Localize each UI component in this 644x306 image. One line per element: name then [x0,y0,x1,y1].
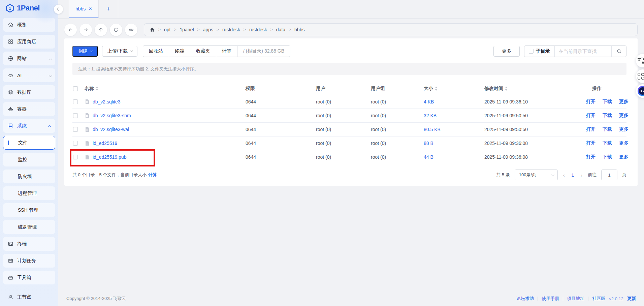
table-row[interactable]: db_v2.sqlite3 0644 root (0) root (0) 4 K… [72,95,626,109]
goto-page-input[interactable] [601,170,617,180]
tab-hbbs[interactable]: hbbs ✕ [69,0,99,18]
file-name-link[interactable]: db_v2.sqlite3-wal [93,127,129,132]
divider [563,297,563,301]
file-size-link[interactable]: 88 B [424,141,433,146]
row-checkbox[interactable] [73,155,78,159]
sort-icon[interactable] [96,87,98,91]
home-icon[interactable] [150,27,155,32]
search-button[interactable] [611,46,626,57]
more-action[interactable]: 更多 [619,113,629,119]
open-action[interactable]: 打开 [586,99,595,105]
refresh-button[interactable] [110,24,122,36]
more-action[interactable]: 更多 [619,154,629,160]
brand-logo[interactable]: 1 1Panel [0,0,58,16]
page-size-select[interactable]: 100条/页 [515,170,558,180]
file-size-link[interactable]: 32 KB [424,113,437,118]
more-action[interactable]: 更多 [619,140,629,146]
calculate-button[interactable]: 计算 [216,46,237,57]
select-all-checkbox[interactable] [73,86,78,91]
header-mtime[interactable]: 修改时间 [484,86,586,92]
sidebar-item-database[interactable]: 数据库 [3,85,55,99]
header-size[interactable]: 大小 [424,86,484,92]
terminal-button[interactable]: 终端 [169,46,190,57]
calculate-size-link[interactable]: 计算 [148,172,157,178]
download-action[interactable]: 下载 [603,140,612,146]
close-icon[interactable]: ✕ [89,6,92,11]
favorites-button[interactable]: 收藏夹 [190,46,216,57]
table-row[interactable]: db_v2.sqlite3-wal 0644 root (0) root (0)… [72,123,626,136]
subdirectory-toggle[interactable]: 子目录 [524,48,554,54]
create-button[interactable]: 创建 [72,46,98,57]
file-size-link[interactable]: 4 KB [424,99,434,104]
header-name[interactable]: 名称 [85,86,246,92]
breadcrumb-item[interactable]: data [276,27,285,32]
sidebar-collapse-button[interactable] [54,5,63,14]
row-checkbox[interactable] [73,113,78,118]
project-link[interactable]: 项目地址 [567,296,584,302]
forum-help-link[interactable]: 论坛求助 [516,296,534,302]
sort-icon[interactable] [505,87,508,91]
breadcrumb-item[interactable]: opt [164,27,170,32]
update-link[interactable]: 更新 [627,296,636,302]
file-size-link[interactable]: 80.5 KB [424,127,441,132]
table-row[interactable]: id_ed25519 0644 root (0) root (0) 88 B 2… [72,136,626,150]
sidebar-item-disk[interactable]: 磁盘管理 [3,220,55,234]
community-edition-link[interactable]: 社区版 [592,296,605,302]
sidebar-item-container[interactable]: 容器 [3,102,55,116]
file-name-link[interactable]: db_v2.sqlite3-shm [93,113,131,118]
sidebar-item-files[interactable]: 文件 [3,136,55,150]
sidebar-item-master-node[interactable]: 主节点 [3,290,55,304]
download-action[interactable]: 下载 [603,113,612,119]
download-action[interactable]: 下载 [603,154,612,160]
sidebar-item-cron[interactable]: 计划任务 [3,254,55,268]
breadcrumb-item-current[interactable]: hbbs [294,27,304,32]
more-button[interactable]: 更多 [493,46,520,57]
breadcrumb-item[interactable]: rustdesk [222,27,240,32]
next-page-button[interactable]: › [580,172,583,178]
search-input[interactable] [555,46,611,57]
open-action[interactable]: 打开 [586,126,595,132]
open-action[interactable]: 打开 [586,140,595,146]
sidebar-item-toolbox[interactable]: 工具箱 [3,271,55,284]
more-action[interactable]: 更多 [619,99,629,105]
sidebar-item-website[interactable]: 网站 [3,52,55,65]
add-tab-button[interactable]: + [99,0,118,18]
back-button[interactable] [64,24,77,36]
sort-icon[interactable] [435,87,438,91]
sidebar-item-ai[interactable]: AI [3,68,55,82]
forward-button[interactable] [79,24,92,36]
file-name-link[interactable]: id_ed25519 [93,141,117,146]
sidebar-item-appstore[interactable]: 应用商店 [3,35,55,49]
download-action[interactable]: 下载 [603,99,612,105]
sidebar-item-system[interactable]: 系统 [3,119,55,133]
row-checkbox[interactable] [73,141,78,146]
current-page[interactable]: 1 [570,173,575,178]
recycle-bin-button[interactable]: 回收站 [143,46,169,57]
open-action[interactable]: 打开 [586,154,595,160]
breadcrumb-item[interactable]: 1panel [180,27,194,32]
subdirectory-checkbox[interactable] [529,49,534,54]
sidebar-item-ssh[interactable]: SSH 管理 [3,203,55,217]
open-action[interactable]: 打开 [586,113,595,119]
table-row-highlighted[interactable]: id_ed25519.pub 0644 root (0) root (0) 44… [72,150,626,164]
row-checkbox[interactable] [73,127,78,132]
sidebar-item-firewall[interactable]: 防火墙 [3,170,55,183]
table-row[interactable]: db_v2.sqlite3-shm 0644 root (0) root (0)… [72,109,626,123]
download-action[interactable]: 下载 [603,126,612,132]
preview-toggle-button[interactable] [125,24,137,36]
sidebar-item-terminal[interactable]: 终端 [3,237,55,251]
manual-link[interactable]: 使用手册 [542,296,559,302]
file-name-link[interactable]: db_v2.sqlite3 [93,99,121,104]
breadcrumb-item[interactable]: rustdesk [249,27,267,32]
row-checkbox[interactable] [73,99,78,104]
up-button[interactable] [95,24,107,36]
breadcrumb-item[interactable]: apps [203,27,213,32]
sidebar-item-monitor[interactable]: 监控 [3,153,55,166]
more-action[interactable]: 更多 [619,126,629,132]
upload-download-button[interactable]: 上传/下载 [102,46,137,57]
prev-page-button[interactable]: ‹ [562,172,566,178]
sidebar-item-process[interactable]: 进程管理 [3,186,55,200]
file-name-link[interactable]: id_ed25519.pub [93,154,126,160]
file-size-link[interactable]: 44 B [424,154,433,160]
sidebar-item-overview[interactable]: 概览 [3,18,55,32]
